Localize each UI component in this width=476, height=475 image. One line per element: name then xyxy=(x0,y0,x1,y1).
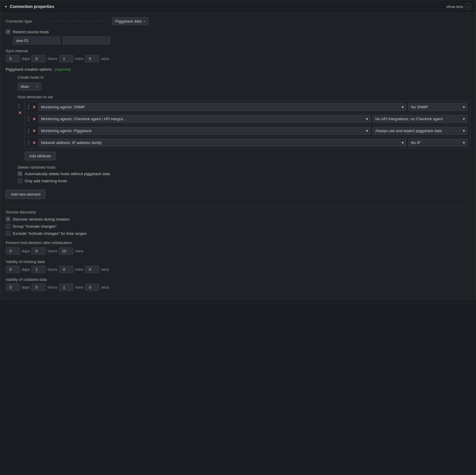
attr-row-1: ▲▼ ✕ Monitoring agents: SNMP ▾ No SNMP ▾ xyxy=(25,101,470,113)
attr-val-dropdown-4[interactable]: No IP ▾ xyxy=(408,139,468,147)
auto-delete-row: ✕ Automatically delete hosts without pig… xyxy=(18,171,470,176)
auto-delete-checkbox[interactable]: ✕ xyxy=(18,171,22,176)
attr-sort-arrows-1[interactable]: ▲▼ xyxy=(27,104,30,110)
missing-secs-input[interactable] xyxy=(85,266,99,273)
missing-days-input[interactable] xyxy=(6,266,20,273)
delete-vanished-section: Delete vanished hosts ✕ Automatically de… xyxy=(18,165,470,183)
outdated-days-input[interactable] xyxy=(6,284,20,291)
validity-outdated-title: Validity of outdated data xyxy=(6,277,470,282)
validity-missing-title: Validity of missing data xyxy=(6,259,470,264)
chevron-down-icon: ▾ xyxy=(402,140,404,145)
exclude-activate-checkbox[interactable] xyxy=(6,231,10,236)
chevron-down-icon: ▾ xyxy=(366,129,368,133)
validity-missing-section: Validity of missing data days hours mins… xyxy=(6,259,470,273)
prevent-days-label: days xyxy=(22,249,30,253)
delete-vanished-label: Delete vanished hosts xyxy=(18,165,470,170)
attr-key-dropdown-2[interactable]: Monitoring agents: Checkmk agent / API i… xyxy=(38,115,371,123)
chevron-down-icon: ▾ xyxy=(144,20,145,23)
prevent-mins-label: mins xyxy=(75,249,83,253)
chevron-down-icon: ▾ xyxy=(366,117,368,121)
prevent-hours-label: hours xyxy=(48,249,57,253)
connector-type-dropdown[interactable]: Piggyback data ▾ xyxy=(112,17,148,25)
outdated-hours-input[interactable] xyxy=(31,284,46,291)
sync-mins-input[interactable] xyxy=(59,55,73,62)
attr-remove-button-3[interactable]: ✕ xyxy=(32,129,37,133)
sync-days-input[interactable] xyxy=(6,55,20,62)
create-hosts-in-dropdown[interactable]: Main ▾ xyxy=(18,83,41,91)
source-host-input-1[interactable] xyxy=(13,37,60,45)
source-hosts-inputs xyxy=(13,37,470,45)
show-less-button[interactable]: show less ··· xyxy=(446,3,472,10)
attr-key-dropdown-4[interactable]: Network address: IP address family ▾ xyxy=(38,139,406,147)
piggyback-title-row: Piggyback creation options (required) xyxy=(6,67,470,72)
group-activate-checkbox[interactable] xyxy=(6,224,10,229)
attr-remove-button-4[interactable]: ✕ xyxy=(32,140,37,145)
host-attrs-with-controls: ▲▼ ✕ ▲▼ ✕ Monitoring agents: SNMP xyxy=(18,101,470,160)
prevent-days-input[interactable] xyxy=(6,247,20,255)
sync-mins-label: mins xyxy=(75,56,83,61)
piggyback-title-label: Piggyback creation options xyxy=(6,67,52,72)
sync-hours-input[interactable] xyxy=(31,55,46,62)
attr-sort-arrows-4[interactable]: ▲▼ xyxy=(27,140,30,146)
collapse-icon[interactable]: ▼ xyxy=(4,5,7,8)
create-hosts-in-row: Create hosts in Main ▾ xyxy=(18,75,470,91)
restrict-source-hosts-row: ✕ Restrict source hosts xyxy=(6,29,470,34)
source-host-input-2[interactable] xyxy=(63,37,110,45)
attr-sort-arrows-3[interactable]: ▲▼ xyxy=(27,128,30,134)
only-add-label: Only add matching hosts xyxy=(25,179,67,183)
discover-services-row: ✕ Discover services during creation xyxy=(6,217,470,221)
piggyback-creation-section: Piggyback creation options (required) Cr… xyxy=(6,67,470,183)
attr-row-2: ▲▼ ✕ Monitoring agents: Checkmk agent / … xyxy=(25,113,470,125)
section-content: Connector type Piggyback data ▾ ✕ Restri… xyxy=(0,13,476,299)
discover-services-checkbox[interactable]: ✕ xyxy=(6,217,10,221)
attr-remove-button-1[interactable]: ✕ xyxy=(32,105,37,110)
missing-days-label: days xyxy=(22,267,30,272)
chevron-down-icon: ▾ xyxy=(463,129,465,133)
exclude-activate-label: Exclude "Activate changes" for time rang… xyxy=(13,231,86,236)
attr-row-4: ▲▼ ✕ Network address: IP address family … xyxy=(25,137,470,148)
attr-remove-button-2[interactable]: ✕ xyxy=(32,117,37,121)
connector-type-row: Connector type Piggyback data ▾ xyxy=(6,17,470,25)
prevent-mins-input[interactable] xyxy=(59,247,73,255)
outer-sort-arrows[interactable]: ▲▼ xyxy=(18,103,22,109)
outer-controls: ▲▼ ✕ xyxy=(18,101,22,115)
sync-interval-section: Sync interval days hours mins secs xyxy=(6,49,470,62)
add-new-element-button[interactable]: Add new element xyxy=(6,190,45,199)
attr-key-dropdown-3[interactable]: Monitoring agents: Piggyback ▾ xyxy=(38,127,371,135)
attr-val-dropdown-3[interactable]: Always use and expect piggyback data ▾ xyxy=(373,127,468,135)
attr-key-dropdown-1[interactable]: Monitoring agents: SNMP ▾ xyxy=(38,103,406,111)
chevron-down-icon: ▾ xyxy=(463,105,465,109)
prevent-deletion-inputs: days hours mins xyxy=(6,247,470,255)
prevent-host-deletion-section: Prevent host deletion after initializati… xyxy=(6,240,470,255)
validity-missing-inputs: days hours mins secs xyxy=(6,266,470,273)
chevron-down-icon: ▾ xyxy=(402,105,404,109)
only-add-checkbox[interactable] xyxy=(18,178,22,183)
missing-hours-input[interactable] xyxy=(31,266,46,273)
prevent-hours-input[interactable] xyxy=(31,247,46,255)
group-activate-row: Group "Activate changes" xyxy=(6,224,470,229)
auto-delete-label: Automatically delete hosts without piggy… xyxy=(25,172,110,176)
service-discovery-section: Service discovery ✕ Discover services du… xyxy=(6,210,470,236)
outer-remove-button[interactable]: ✕ xyxy=(18,110,22,115)
chevron-down-icon: ▾ xyxy=(463,117,465,121)
section-title-group: ▼ Connection properties xyxy=(4,4,54,9)
outdated-days-label: days xyxy=(22,285,30,289)
more-options-icon: ··· xyxy=(465,3,472,10)
sync-secs-input[interactable] xyxy=(85,55,99,62)
outdated-mins-input[interactable] xyxy=(59,284,73,291)
add-attribute-button[interactable]: Add attribute xyxy=(25,152,56,160)
service-discovery-title: Service discovery xyxy=(6,210,470,214)
missing-mins-input[interactable] xyxy=(59,266,73,273)
outdated-secs-input[interactable] xyxy=(85,284,99,291)
validity-outdated-inputs: days hours mins secs xyxy=(6,284,470,291)
exclude-activate-row: Exclude "Activate changes" for time rang… xyxy=(6,231,470,236)
attr-sort-arrows-2[interactable]: ▲▼ xyxy=(27,116,30,122)
sync-secs-label: secs xyxy=(101,56,109,61)
discover-services-label: Discover services during creation xyxy=(13,217,70,221)
attr-val-dropdown-2[interactable]: No API integrations, no Checkmk agent ▾ xyxy=(373,115,468,123)
section-header: ▼ Connection properties show less ··· xyxy=(0,0,476,13)
sync-days-label: days xyxy=(22,56,30,61)
host-attributes-section: Host attributes to set ▲▼ ✕ ▲▼ xyxy=(18,95,470,160)
restrict-source-hosts-checkbox[interactable]: ✕ xyxy=(6,29,10,34)
attr-val-dropdown-1[interactable]: No SNMP ▾ xyxy=(408,103,468,111)
